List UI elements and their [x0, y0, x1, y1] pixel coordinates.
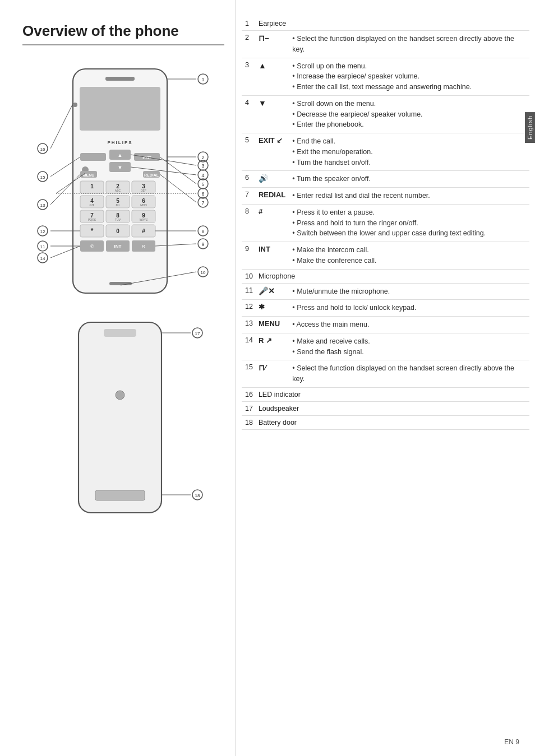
svg-text:*: * — [91, 227, 94, 235]
row-icon: Microphone — [255, 269, 529, 283]
row-icon: 🔊 — [255, 171, 289, 188]
front-phone-svg: PHILIPS ▲ ▼ EXIT MENU REDIAL 1 — [22, 59, 224, 317]
row-description: Press and hold to lock/ unlock keypad. — [289, 300, 529, 317]
table-row: 17Loudspeaker — [242, 401, 529, 415]
row-icon: ✱ — [255, 300, 289, 317]
svg-text:1: 1 — [90, 183, 94, 189]
row-number: 16 — [242, 387, 255, 401]
row-number: 9 — [242, 242, 255, 270]
svg-text:9: 9 — [201, 242, 204, 247]
row-icon: EXIT ↙ — [255, 133, 289, 171]
back-phone-svg: 17 18 — [34, 317, 213, 530]
row-icon: ⊓∕ — [255, 360, 289, 388]
back-phone-diagram: 17 18 — [22, 317, 224, 530]
svg-text:ABC: ABC — [115, 189, 121, 192]
svg-rect-108 — [95, 490, 145, 500]
svg-text:✆: ✆ — [90, 244, 94, 249]
svg-text:1: 1 — [201, 77, 204, 82]
svg-text:13: 13 — [40, 203, 45, 208]
svg-text:18: 18 — [195, 493, 200, 498]
svg-text:GHI: GHI — [90, 203, 95, 207]
row-icon: # — [255, 204, 289, 242]
svg-rect-105 — [79, 322, 162, 513]
row-number: 10 — [242, 269, 255, 283]
table-row: 18Battery door — [242, 415, 529, 429]
row-description: End the call.Exit the menu/operation.Tur… — [289, 133, 529, 171]
svg-text:0: 0 — [116, 228, 119, 234]
svg-text:MNO: MNO — [140, 203, 147, 207]
left-column: Overview of the phone PHILIPS ▲ ▼ EXIT — [0, 0, 236, 756]
row-number: 2 — [242, 31, 255, 58]
svg-text:PHILIPS: PHILIPS — [107, 140, 132, 145]
svg-text:INT: INT — [114, 244, 122, 249]
row-icon: ▲ — [255, 58, 289, 95]
svg-text:3: 3 — [201, 163, 204, 169]
svg-rect-106 — [104, 329, 136, 337]
row-number: 15 — [242, 360, 255, 388]
svg-text:11: 11 — [40, 244, 45, 249]
row-number: 17 — [242, 401, 255, 415]
svg-point-104 — [73, 103, 77, 107]
table-row: 10Microphone — [242, 269, 529, 283]
row-icon: REDIAL — [255, 188, 289, 205]
row-number: 13 — [242, 317, 255, 333]
table-row: 2⊓–Select the function displayed on the … — [242, 31, 529, 58]
row-icon: ⊓– — [255, 31, 289, 58]
page-title: Overview of the phone — [22, 22, 224, 45]
row-number: 6 — [242, 171, 255, 188]
svg-text:REDIAL: REDIAL — [144, 173, 159, 177]
row-description: Make and receive calls.Send the flash si… — [289, 333, 529, 360]
svg-text:16: 16 — [40, 147, 45, 152]
table-row: 12✱Press and hold to lock/ unlock keypad… — [242, 300, 529, 317]
features-table: 1Earpiece2⊓–Select the function displaye… — [242, 17, 529, 430]
row-icon: Loudspeaker — [255, 401, 529, 415]
row-number: 4 — [242, 95, 255, 133]
svg-text:5: 5 — [201, 182, 204, 187]
row-number: 7 — [242, 188, 255, 205]
svg-text:DEF: DEF — [141, 189, 146, 192]
row-icon: MENU — [255, 317, 289, 333]
row-description: Select the function displayed on the han… — [289, 31, 529, 58]
right-column: 1Earpiece2⊓–Select the function displaye… — [236, 0, 535, 756]
table-row: 4▼Scroll down on the menu.Decrease the e… — [242, 95, 529, 133]
row-icon: LED indicator — [255, 387, 529, 401]
row-description: Select the function displayed on the han… — [289, 360, 529, 388]
table-row: 3▲Scroll up on the menu.Increase the ear… — [242, 58, 529, 95]
svg-line-101 — [50, 104, 73, 149]
row-description: Scroll down on the menu.Decrease the ear… — [289, 95, 529, 133]
front-phone-diagram: PHILIPS ▲ ▼ EXIT MENU REDIAL 1 — [22, 59, 224, 317]
row-number: 18 — [242, 415, 255, 429]
svg-text:#: # — [142, 228, 145, 234]
row-description: Press it to enter a pause.Press and hold… — [289, 204, 529, 242]
row-number: 3 — [242, 58, 255, 95]
svg-text:WXYZ: WXYZ — [140, 218, 147, 221]
row-description: Scroll up on the menu.Increase the earpi… — [289, 58, 529, 95]
row-number: 5 — [242, 133, 255, 171]
svg-rect-1 — [105, 77, 135, 81]
svg-rect-2 — [80, 87, 160, 131]
svg-text:PQRS: PQRS — [88, 218, 96, 221]
table-row: 16LED indicator — [242, 387, 529, 401]
page-number: EN 9 — [504, 738, 519, 746]
svg-rect-54 — [109, 282, 132, 285]
row-number: 1 — [242, 17, 255, 31]
table-row: 13MENUAccess the main menu. — [242, 317, 529, 333]
table-row: 9INTMake the intercom call.Make the conf… — [242, 242, 529, 270]
svg-text:4: 4 — [201, 173, 204, 178]
row-description: Enter redial list and dial the recent nu… — [289, 188, 529, 205]
svg-text:R: R — [142, 244, 145, 249]
table-row: 14R ↗Make and receive calls.Send the fla… — [242, 333, 529, 360]
table-row: 6🔊Turn the speaker on/off. — [242, 171, 529, 188]
row-icon: Battery door — [255, 415, 529, 429]
row-number: 11 — [242, 283, 255, 300]
row-icon: ▼ — [255, 95, 289, 133]
row-description: Make the intercom call.Make the conferen… — [289, 242, 529, 270]
table-row: 15⊓∕Select the function displayed on the… — [242, 360, 529, 388]
side-tab-english: English — [525, 112, 535, 143]
svg-text:2: 2 — [201, 155, 204, 160]
row-description: Turn the speaker on/off. — [289, 171, 529, 188]
row-icon: 🎤✕ — [255, 283, 289, 300]
svg-text:15: 15 — [40, 175, 45, 180]
svg-text:17: 17 — [195, 331, 200, 336]
table-row: 5EXIT ↙End the call.Exit the menu/operat… — [242, 133, 529, 171]
